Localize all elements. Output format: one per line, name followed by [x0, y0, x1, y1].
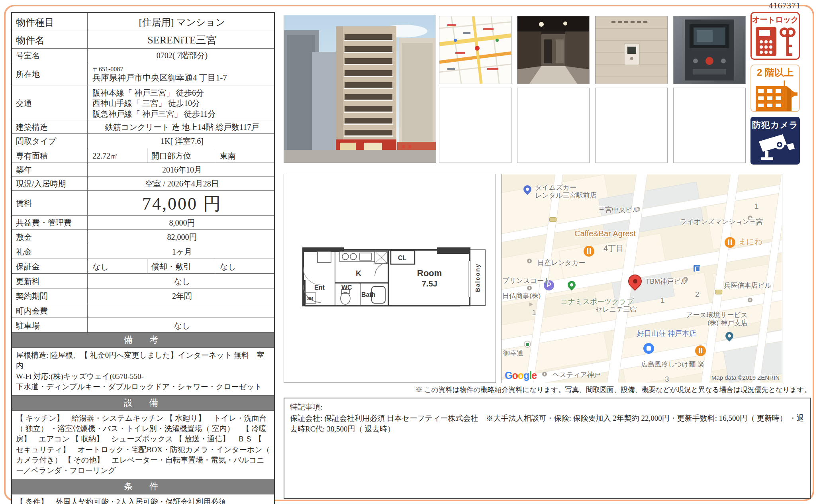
map-label: 三宮中央ビル	[598, 206, 639, 214]
row-value: 鉄筋コンクリート 造 地上14階 総戸数117戸	[88, 120, 274, 133]
row-value: 2016年10月	[88, 163, 274, 176]
map-label: ライオンズマンション三宮	[680, 218, 763, 226]
map-label: 御幸通	[503, 349, 523, 357]
table-row-structure: 建築構造 鉄筋コンクリート 造 地上14階 総戸数117戸	[12, 120, 274, 134]
photo-entrance-corridor	[517, 16, 590, 84]
map-label: 日産レンタカー	[537, 259, 586, 267]
property-table: 物件種目 [住居用] マンション 物件名 SERENiTE三宮 号室名 0702…	[11, 12, 275, 504]
floor-plan: Balcony CL	[284, 174, 496, 383]
row-value: なし	[88, 274, 274, 288]
map-label: 3	[665, 375, 669, 383]
map-attribution: Map data ©2019 ZENRIN	[711, 374, 780, 381]
entrance-label: Ent	[314, 284, 325, 291]
map-pin-dot-icon	[527, 286, 532, 290]
amortization-value: なし	[215, 259, 274, 273]
row-label: 賃料	[12, 191, 88, 215]
map-label: 2	[695, 290, 699, 299]
access-line: 阪神本線「 神戸三宮」 徒歩6分	[92, 88, 272, 98]
map-pin-dot-icon	[542, 372, 547, 377]
photo-intercom-panel	[673, 16, 746, 84]
row-value: 〒651-0087 兵庫県神戸市中央区御幸通4 丁目1-7	[88, 62, 274, 86]
map-label: Caffe&Bar Agrest	[574, 229, 636, 238]
special-notes-title: 特記事項:	[290, 402, 805, 413]
table-row-area: 専有面積 22.72㎡ 開口部方位 東南	[12, 148, 274, 163]
map-label: 1	[532, 308, 536, 317]
table-row-town-fee: 町内会費	[12, 303, 274, 318]
map-pin-arrow-icon	[529, 302, 533, 306]
row-value: 空室 / 2026年4月28日	[88, 176, 274, 190]
table-row-type: 物件種目 [住居用] マンション	[12, 13, 274, 31]
map-label: 1	[660, 296, 665, 305]
access-line: 西神山手線「 三宮」 徒歩10分	[92, 98, 272, 108]
row-label: 物件種目	[12, 13, 88, 31]
map-label: セレニテ三宮	[596, 306, 637, 314]
map-pin-dot-icon	[748, 298, 752, 302]
map-pin-sq-blue-icon	[694, 265, 700, 272]
disclaimer-note: ※ この資料は物件の概略紹介資料になります。写真、間取図面、設備、概要などが現況…	[359, 385, 811, 394]
map-pin-dot-icon	[527, 259, 532, 263]
row-label: 所在地	[12, 62, 88, 86]
map-label: まにわ	[738, 237, 762, 246]
map-label: 日仏商事(株)	[502, 292, 541, 300]
row-value	[88, 303, 274, 318]
area-value: 22.72㎡	[88, 148, 147, 163]
row-label: 開口部方位	[147, 148, 215, 163]
property-sheet: 4167371 物件種目 [住居用] マンション 物件名 SERENiTE三宮 …	[0, 0, 819, 504]
table-row-access: 交通 阪神本線「 神戸三宮」 徒歩6分 西神山手線「 三宮」 徒歩10分 阪急神…	[12, 86, 274, 120]
row-label: 契約期間	[12, 288, 88, 303]
photo-map-thumbnail	[439, 16, 511, 84]
map-pin-busdots-icon	[549, 217, 556, 222]
table-row-parking: 駐車場 なし	[12, 318, 274, 333]
table-row-rent: 賃料 74,000 円	[12, 191, 274, 216]
row-label: 現況/入居時期	[12, 176, 88, 190]
row-value: 1ヶ月	[88, 244, 274, 259]
row-value: 2年間	[88, 288, 274, 303]
table-row-layout: 間取タイプ 1K[ 洋室7.6]	[12, 134, 274, 148]
room-label: Room	[417, 268, 442, 278]
balcony-label: Balcony	[474, 263, 481, 292]
badge-security-camera: 防犯カメラ	[750, 117, 800, 165]
row-value: なし	[88, 318, 274, 332]
table-row-deposit: 敷金 82,000円	[12, 230, 274, 244]
photo-entrance-wall-sign	[595, 16, 668, 84]
table-row-guarantee: 保証金 なし 償却・敷引 なし	[12, 259, 274, 274]
table-row-status: 現況/入居時期 空室 / 2026年4月28日	[12, 176, 274, 191]
section-header-equipment: 設 備	[12, 396, 274, 411]
section-header-remarks: 備 考	[12, 333, 274, 348]
shoebox-label: SB	[307, 296, 313, 301]
table-row-renewal: 更新料 なし	[12, 274, 274, 288]
badge-autolock: オートロック	[750, 12, 800, 60]
row-value: 阪神本線「 神戸三宮」 徒歩6分 西神山手線「 三宮」 徒歩10分 阪急神戸線「…	[88, 86, 274, 120]
map-label: TBM神戸ビル	[646, 278, 688, 286]
access-line: 阪急神戸線「 神戸三宮」 徒歩11分	[92, 109, 272, 119]
row-label: 町内会費	[12, 303, 88, 318]
table-row-name: 物件名 SERENiTE三宮	[12, 31, 274, 49]
autolock-icon	[753, 25, 797, 59]
remarks-line: 屋根構造: 陸屋根、【 礼金0円へ変更しました】インターネット 無料 室内	[16, 350, 270, 371]
map-label: タイムズカー レンタル三宮駅前店	[535, 184, 597, 199]
address-text: 兵庫県神戸市中央区御幸通4 丁目1-7	[92, 73, 272, 83]
map-pin-station-green-icon	[524, 341, 531, 348]
badge-second-floor: 2 階以上	[750, 65, 800, 112]
row-value: SERENiTE三宮	[88, 31, 274, 48]
kitchen-label: K	[356, 269, 362, 278]
row-label: 築年	[12, 163, 88, 176]
badge-second-floor-label: 2 階以上	[751, 66, 799, 79]
map-label: アース環境サービス (株) 神戸支店	[672, 311, 748, 327]
row-label: 礼金	[12, 244, 88, 259]
room-size-label: 7.5J	[422, 279, 437, 288]
row-label: 更新料	[12, 274, 88, 288]
map-label: 好日山荘 神戸本店	[637, 329, 696, 338]
building-icon	[752, 79, 798, 112]
map-label: 4丁目	[603, 244, 624, 253]
table-row-built: 築年 2016年10月	[12, 163, 274, 176]
remarks-line: W-Fi 対応:(株)キッズウェイ(0570-550-	[16, 371, 270, 382]
special-notes-text: 保証会社: 保証会社利用必須 日本セーフティー株式会社 ※大手法人相談可・保険:…	[290, 413, 805, 435]
map-label: 1	[754, 202, 759, 211]
row-label: 物件名	[12, 31, 88, 48]
photo-placeholder	[517, 88, 590, 163]
row-label: 間取タイプ	[12, 134, 88, 148]
google-logo: Google	[505, 370, 537, 380]
bath-label: Bath	[361, 291, 376, 298]
wc-label: WC	[341, 284, 352, 291]
